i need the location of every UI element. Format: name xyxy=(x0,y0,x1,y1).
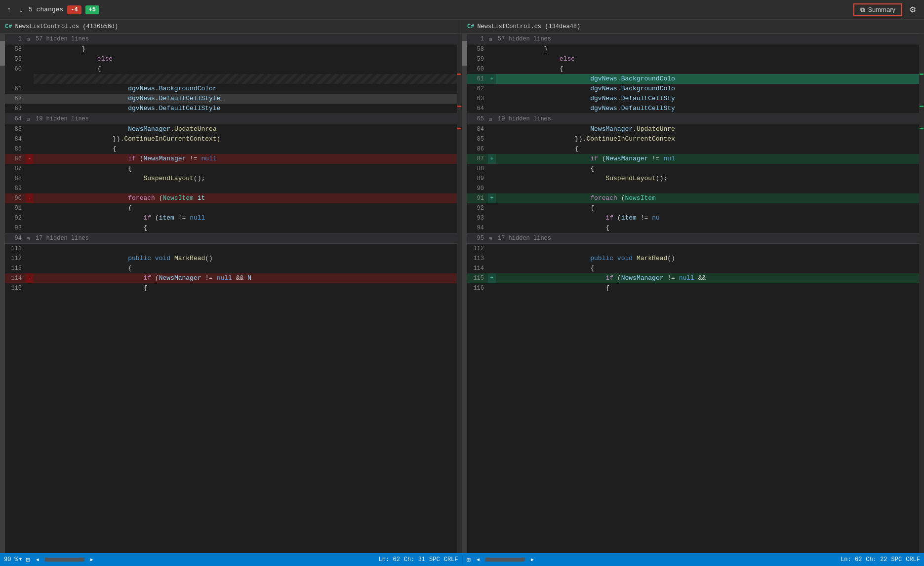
right-line-90: 90 xyxy=(467,184,919,193)
right-line-112: 112 xyxy=(467,244,919,254)
left-line-58: 58 } xyxy=(5,44,457,54)
right-line-61: 61 + dgvNews.BackgroundColo xyxy=(467,74,919,84)
toolbar: ↑ ↓ 5 changes -4 +5 ⧉ Summary ⚙ xyxy=(0,0,924,20)
left-scroll-area[interactable]: 1 ⊞ 57 hidden lines 58 } xyxy=(0,34,462,553)
left-scroll-track[interactable] xyxy=(45,558,84,562)
right-line-87: 87 + if (NewsManager != nul xyxy=(467,154,919,164)
right-scroll-left[interactable]: ◀ xyxy=(475,557,482,563)
left-crlf[interactable]: CRLF xyxy=(444,556,458,563)
left-hidden-3: 94 ⊞ 17 hidden lines xyxy=(5,233,457,244)
right-cs-icon: C# xyxy=(467,23,474,30)
settings-button[interactable]: ⚙ xyxy=(906,4,919,15)
right-scrollbar[interactable] xyxy=(462,34,467,553)
left-file-name: NewsListControl.cs (4136b56d) xyxy=(15,23,118,30)
nav-down-button[interactable]: ↓ xyxy=(17,4,25,15)
right-scroll-track[interactable] xyxy=(485,558,525,562)
left-line-86: 86 - if (NewsManager != null xyxy=(5,154,457,164)
added-badge: +5 xyxy=(85,5,99,14)
right-encoding-icon: ⊞ xyxy=(467,556,471,564)
right-hidden-1: 1 ⊞ 57 hidden lines xyxy=(467,34,919,44)
right-line-84: 84 NewsManager.UpdateUnre xyxy=(467,124,919,134)
left-mini-scrollbar[interactable] xyxy=(457,34,462,553)
right-line-64: 64 dgvNews.DefaultCellSty xyxy=(467,104,919,113)
changes-count: 5 changes xyxy=(29,6,63,13)
summary-button[interactable]: ⧉ Summary xyxy=(853,3,902,16)
left-line-84: 84 }).ContinueInCurrentContext( xyxy=(5,134,457,144)
left-line-62: 62 dgvNews.DefaultCellStyle_ xyxy=(5,94,457,104)
left-line-60: 60 { xyxy=(5,64,457,74)
right-line-94: 94 { xyxy=(467,223,919,233)
right-crlf[interactable]: CRLF xyxy=(906,556,920,563)
right-line-60: 60 { xyxy=(467,64,919,74)
left-line-59: 59 else xyxy=(5,54,457,64)
left-encoding-icon: ⊞ xyxy=(26,556,30,564)
right-line-63: 63 dgvNews.DefaultCellSty xyxy=(467,94,919,104)
left-expand-icon-2[interactable]: ⊞ xyxy=(26,117,31,122)
right-hidden-3: 95 ⊞ 17 hidden lines xyxy=(467,233,919,244)
right-file-name: NewsListControl.cs (134dea48) xyxy=(477,23,580,30)
left-line-115: 115 { xyxy=(5,283,457,293)
left-line-92: 92 if (item != null xyxy=(5,213,457,223)
right-line-85: 85 }).ContinueInCurrentContex xyxy=(467,134,919,144)
left-cs-icon: C# xyxy=(5,23,12,30)
right-scroll-area[interactable]: 1 ⊞ 57 hidden lines 58 } xyxy=(462,34,924,553)
left-line-61: 61 dgvNews.BackgroundColor xyxy=(5,84,457,94)
right-ln: Ln: 62 xyxy=(841,556,862,563)
left-scroll-left[interactable]: ◀ xyxy=(34,557,41,563)
right-line-114: 114 { xyxy=(467,264,919,273)
right-line-89: 89 SuspendLayout(); xyxy=(467,174,919,184)
left-scrollbar[interactable] xyxy=(0,34,5,553)
right-scroll-right[interactable]: ▶ xyxy=(529,557,536,563)
left-hidden-1: 1 ⊞ 57 hidden lines xyxy=(5,34,457,44)
left-line-89: 89 xyxy=(5,184,457,193)
right-line-88: 88 { xyxy=(467,164,919,174)
zoom-level[interactable]: 90 % ▼ xyxy=(4,556,22,563)
left-line-61-empty xyxy=(5,74,457,84)
left-line-93: 93 { xyxy=(5,223,457,233)
left-panel: C# NewsListControl.cs (4136b56d) 1 ⊞ 57 … xyxy=(0,20,462,553)
right-line-91: 91 + foreach (NewsItem xyxy=(467,193,919,203)
left-ln: Ln: 62 xyxy=(379,556,400,563)
right-line-86: 86 { xyxy=(467,144,919,154)
right-spc[interactable]: SPC xyxy=(891,556,902,563)
right-panel: C# NewsListControl.cs (134dea48) 1 ⊞ 57 … xyxy=(462,20,924,553)
left-spc[interactable]: SPC xyxy=(429,556,440,563)
diff-container: C# NewsListControl.cs (4136b56d) 1 ⊞ 57 … xyxy=(0,20,924,553)
status-bar-left: 90 % ▼ ⊞ ◀ ▶ Ln: 62 Ch: 31 SPC CRLF xyxy=(0,556,462,564)
right-line-58: 58 } xyxy=(467,44,919,54)
left-line-87: 87 { xyxy=(5,164,457,174)
right-expand-icon-1[interactable]: ⊞ xyxy=(488,37,493,42)
summary-icon: ⧉ xyxy=(860,6,865,14)
left-line-114: 114 - if (NewsManager != null && N xyxy=(5,273,457,283)
right-line-92: 92 { xyxy=(467,203,919,213)
left-line-111: 111 xyxy=(5,244,457,254)
right-line-116: 116 { xyxy=(467,283,919,293)
right-mini-scrollbar[interactable] xyxy=(919,34,924,553)
right-line-62: 62 dgvNews.BackgroundColo xyxy=(467,84,919,94)
right-line-93: 93 if (item != nu xyxy=(467,213,919,223)
nav-up-button[interactable]: ↑ xyxy=(5,4,13,15)
right-ch: Ch: 22 xyxy=(866,556,887,563)
left-code-lines: 1 ⊞ 57 hidden lines 58 } xyxy=(5,34,457,293)
right-hidden-2: 65 ⊞ 19 hidden lines xyxy=(467,113,919,124)
right-line-59: 59 else xyxy=(467,54,919,64)
right-expand-icon-2[interactable]: ⊞ xyxy=(488,117,493,122)
removed-badge: -4 xyxy=(67,5,81,14)
left-expand-icon-3[interactable]: ⊞ xyxy=(26,236,31,242)
left-line-85: 85 { xyxy=(5,144,457,154)
left-line-91: 91 { xyxy=(5,203,457,213)
left-line-63: 63 dgvNews.DefaultCellStyle xyxy=(5,104,457,113)
left-ch: Ch: 31 xyxy=(404,556,425,563)
left-line-83: 83 NewsManager.UpdateUnrea xyxy=(5,124,457,134)
left-line-90: 90 - foreach (NewsItem it xyxy=(5,193,457,203)
right-panel-header: C# NewsListControl.cs (134dea48) xyxy=(462,20,924,34)
right-line-115: 115 + if (NewsManager != null && xyxy=(467,273,919,283)
left-code-area: 1 ⊞ 57 hidden lines 58 } xyxy=(5,34,457,553)
right-code-area: 1 ⊞ 57 hidden lines 58 } xyxy=(467,34,919,553)
right-expand-icon-3[interactable]: ⊞ xyxy=(488,236,493,242)
left-scroll-right[interactable]: ▶ xyxy=(88,557,95,563)
left-line-113: 113 { xyxy=(5,264,457,273)
left-expand-icon-1[interactable]: ⊞ xyxy=(26,37,31,42)
left-line-112: 112 public void MarkRead() xyxy=(5,254,457,264)
status-bar: 90 % ▼ ⊞ ◀ ▶ Ln: 62 Ch: 31 SPC CRLF ⊞ ◀ … xyxy=(0,553,924,566)
